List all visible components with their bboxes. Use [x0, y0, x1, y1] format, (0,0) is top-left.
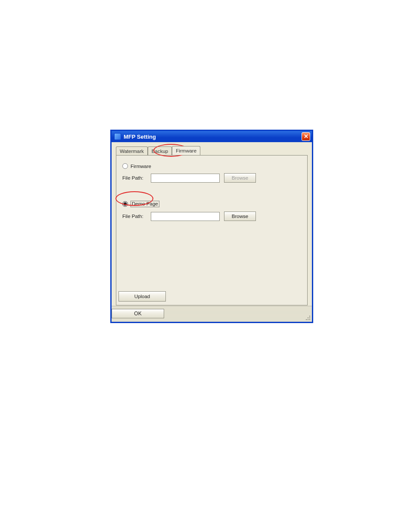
- radio-demopage[interactable]: Demo Page: [122, 201, 159, 207]
- titlebar: MFP Setting ✕: [112, 131, 312, 142]
- radio-firmware[interactable]: Firmware: [122, 163, 151, 169]
- radio-demopage-input[interactable]: [122, 201, 128, 207]
- app-icon: [114, 133, 121, 140]
- tab-firmware[interactable]: Firmware: [172, 146, 200, 155]
- firmware-filepath-input[interactable]: [151, 174, 220, 183]
- page: MFP Setting ✕ Watermark Backup Firmware …: [0, 0, 411, 532]
- svg-rect-5: [309, 319, 310, 320]
- close-button[interactable]: ✕: [302, 132, 310, 141]
- mfp-setting-window: MFP Setting ✕ Watermark Backup Firmware …: [111, 130, 313, 323]
- svg-rect-1: [308, 317, 308, 318]
- radio-demopage-label: Demo Page: [131, 201, 159, 207]
- radio-firmware-label: Firmware: [131, 164, 151, 169]
- svg-rect-0: [309, 316, 310, 317]
- svg-rect-4: [308, 319, 308, 320]
- firmware-filepath-label: File Path:: [122, 175, 146, 180]
- tab-body-firmware: Firmware File Path: Browse Demo Page: [116, 155, 308, 305]
- demopage-filepath-label: File Path:: [122, 214, 146, 219]
- ok-button[interactable]: OK: [112, 309, 164, 318]
- window-title: MFP Setting: [124, 134, 156, 140]
- tab-backup[interactable]: Backup: [148, 146, 172, 156]
- firmware-browse-button[interactable]: Browse: [224, 173, 256, 183]
- radio-firmware-input[interactable]: [122, 163, 128, 169]
- client-area: Watermark Backup Firmware Firmware File …: [112, 142, 312, 322]
- firmware-section: Firmware File Path: Browse: [122, 163, 301, 183]
- svg-rect-3: [306, 319, 307, 320]
- demopage-filepath-input[interactable]: [151, 212, 220, 221]
- svg-rect-2: [309, 317, 310, 318]
- demopage-section: Demo Page File Path: Browse: [122, 201, 301, 221]
- tab-watermark[interactable]: Watermark: [116, 146, 148, 156]
- demopage-filepath-row: File Path: Browse: [122, 212, 301, 221]
- upload-button[interactable]: Upload: [118, 291, 166, 302]
- tabs: Watermark Backup Firmware: [116, 146, 200, 155]
- resize-grip-icon: [305, 315, 311, 321]
- firmware-filepath-row: File Path: Browse: [122, 173, 301, 183]
- titlebar-left: MFP Setting: [114, 133, 156, 140]
- bottom-bar: OK: [112, 306, 312, 322]
- demopage-browse-button[interactable]: Browse: [224, 212, 256, 221]
- close-icon: ✕: [304, 133, 308, 140]
